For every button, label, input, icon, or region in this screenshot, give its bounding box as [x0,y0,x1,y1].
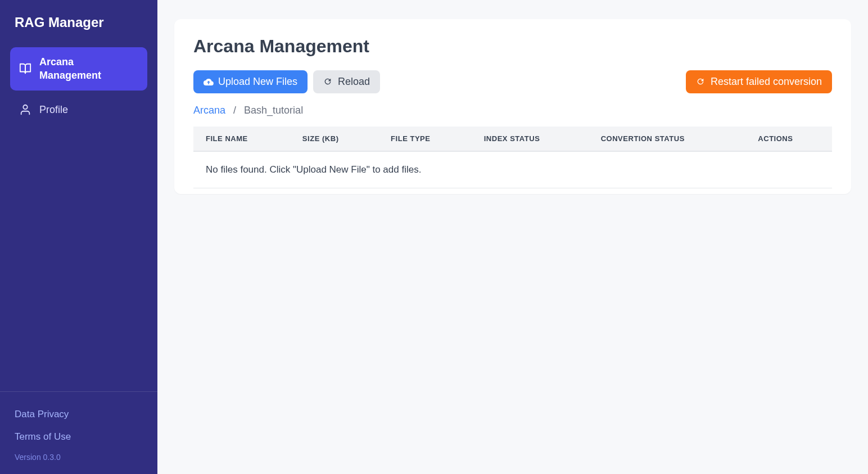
col-conversion-status: CONVERTION STATUS [589,127,746,151]
col-actions: ACTIONS [745,127,832,151]
table-body: No files found. Click "Upload New File" … [193,151,832,188]
table-header: FILE NAME SIZE (KB) FILE TYPE INDEX STAT… [193,127,832,151]
sidebar-item-arcana-management[interactable]: Arcana Management [10,47,147,91]
refresh-icon [696,77,706,87]
sidebar-item-label: Arcana Management [39,55,138,83]
files-table: FILE NAME SIZE (KB) FILE TYPE INDEX STAT… [193,127,832,188]
sidebar-item-profile[interactable]: Profile [10,95,147,124]
version-text: Version 0.3.0 [15,448,143,462]
sidebar-footer: Data Privacy Terms of Use Version 0.3.0 [0,391,157,474]
page-title: Arcana Management [193,36,832,57]
sidebar-nav: Arcana Management Profile [0,43,157,129]
col-file-type: FILE TYPE [378,127,472,151]
breadcrumb-current: Bash_tutorial [244,105,303,116]
reload-button[interactable]: Reload [313,70,380,93]
user-icon [19,103,31,116]
upload-new-files-button[interactable]: Upload New Files [193,70,308,93]
sidebar-header: RAG Manager [0,0,157,43]
breadcrumb-separator: / [233,105,236,116]
toolbar: Upload New Files Reload Restart failed c [193,70,832,93]
empty-message: No files found. Click "Upload New File" … [193,151,832,188]
reload-icon [323,77,333,87]
breadcrumb: Arcana / Bash_tutorial [193,103,832,118]
cloud-upload-icon [204,77,214,87]
content-card: Arcana Management Upload New Files Reloa… [174,19,851,194]
button-label: Upload New Files [218,76,297,88]
button-label: Restart failed conversion [711,76,822,88]
sidebar: RAG Manager Arcana Management Profile Da… [0,0,157,474]
sidebar-item-label: Profile [39,103,68,116]
restart-failed-conversion-button[interactable]: Restart failed conversion [686,70,832,93]
main-content: Arcana Management Upload New Files Reloa… [157,0,868,474]
table-empty-row: No files found. Click "Upload New File" … [193,151,832,188]
button-label: Reload [338,76,370,88]
col-file-name: FILE NAME [193,127,290,151]
breadcrumb-root[interactable]: Arcana [193,105,225,116]
svg-point-0 [23,105,27,109]
footer-link-terms-of-use[interactable]: Terms of Use [15,426,143,448]
book-open-icon [19,62,31,75]
col-size: SIZE (KB) [290,127,378,151]
footer-link-data-privacy[interactable]: Data Privacy [15,403,143,426]
col-index-status: INDEX STATUS [472,127,589,151]
brand-title: RAG Manager [15,15,143,30]
